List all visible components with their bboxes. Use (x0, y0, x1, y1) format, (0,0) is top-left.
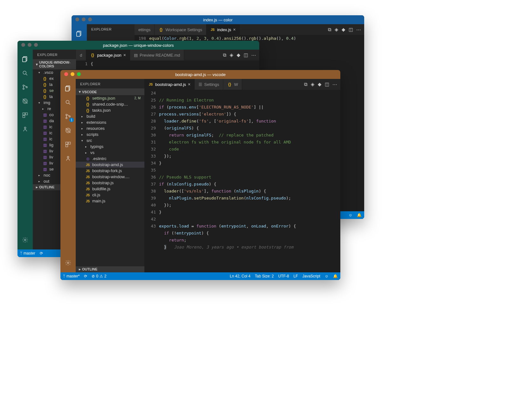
minimize-icon[interactable] (71, 72, 74, 76)
preview-icon: ▤ (134, 53, 138, 58)
preview-icon[interactable]: ◈ (335, 27, 338, 32)
tree-item[interactable]: ▸build (76, 113, 144, 119)
svg-rect-1 (77, 32, 80, 37)
tab-size[interactable]: Tab Size: 2 (255, 274, 274, 278)
tree-item[interactable]: buildfile.js (76, 186, 144, 192)
file-tree: settings.json2, M shared.code-snip… task… (76, 95, 144, 266)
maximize-icon[interactable] (77, 72, 81, 76)
more-icon[interactable]: ⋯ (356, 27, 361, 32)
eol[interactable]: LF (294, 274, 298, 278)
tree-item[interactable]: cli.js (76, 192, 144, 198)
titlebar[interactable]: bootstrap-amd.js — vscode (60, 70, 340, 79)
tree-item[interactable]: bootstrap-amd.js (76, 162, 144, 168)
tree-item[interactable]: shared.code-snip… (76, 101, 144, 107)
tab-label: Preview README.md (140, 53, 180, 58)
svg-point-6 (23, 85, 24, 86)
tab-partial[interactable]: d (76, 50, 86, 60)
tab-preview-readme[interactable]: ▤Preview README.md (130, 50, 184, 60)
tree-item[interactable]: ▸scripts (76, 131, 144, 137)
window-controls[interactable] (75, 18, 92, 21)
titlebar[interactable]: package.json — unique-window-colors (17, 41, 259, 50)
gitlens-icon[interactable] (17, 122, 33, 136)
maximize-icon[interactable] (88, 18, 92, 21)
sync-icon[interactable]: ⟳ (84, 274, 87, 278)
tree-item[interactable]: bootstrap-fork.js (76, 168, 144, 174)
compare-icon[interactable]: ⧉ (223, 52, 226, 58)
tree-item[interactable]: settings.json2, M (76, 95, 144, 101)
explorer-icon[interactable] (60, 81, 76, 95)
window-controls[interactable] (21, 43, 38, 47)
code-view[interactable]: // Running in Electron if (process.env['… (159, 90, 296, 272)
gear-icon[interactable] (60, 256, 76, 270)
compare-icon[interactable]: ⧉ (328, 27, 331, 32)
tab-index-js[interactable]: index.js× (206, 24, 240, 35)
split-icon[interactable]: ◫ (244, 52, 248, 58)
scm-icon[interactable] (17, 80, 33, 94)
more-icon[interactable]: ⋯ (251, 52, 256, 58)
json-icon (85, 108, 90, 113)
tree-item[interactable]: bootstrap.js (76, 180, 144, 186)
compare-icon[interactable]: ⧉ (304, 81, 308, 87)
tree-item[interactable]: .eslintrc (76, 156, 144, 162)
close-icon[interactable]: × (123, 52, 126, 58)
diff-icon[interactable]: ◆ (318, 81, 322, 87)
feedback-icon[interactable]: ☺ (349, 213, 352, 217)
ln-col[interactable]: Ln 42, Col 4 (230, 274, 251, 278)
tree-item[interactable]: bootstrap-window.… (76, 174, 144, 180)
search-icon[interactable] (17, 66, 33, 80)
tab-package-json[interactable]: package.json× (86, 50, 130, 60)
language-mode[interactable]: JavaScript (302, 274, 320, 278)
workspace-header[interactable]: ▾UNIQUE-WINDOW-COLORS (33, 59, 76, 69)
problems-indicator[interactable]: ⊘ 0 ⚠ 2 (92, 274, 106, 278)
tree-item[interactable]: ▸typings (76, 144, 144, 150)
diff-icon[interactable]: ◆ (342, 27, 345, 32)
tree-item[interactable]: ▸resources (76, 125, 144, 131)
more-icon[interactable]: ⋯ (332, 81, 337, 87)
tab-settings[interactable]: ☰Settings (195, 79, 223, 90)
tree-item[interactable]: ▸extensions (76, 119, 144, 125)
tab-bootstrap-amd[interactable]: bootstrap-amd.js× (144, 79, 195, 90)
window-controls[interactable] (64, 72, 81, 76)
close-icon[interactable] (64, 72, 68, 76)
tree-item[interactable]: ▸vs (76, 150, 144, 156)
gear-icon[interactable] (17, 233, 33, 247)
feedback-icon[interactable]: ☺ (325, 274, 329, 278)
tab-w-partial[interactable]: W (223, 79, 242, 90)
tree-item[interactable]: main.js (76, 198, 144, 204)
workspace-header[interactable]: ▾VSCODE (76, 88, 144, 95)
explorer-icon[interactable] (17, 52, 33, 66)
scm-icon[interactable]: 1 (60, 109, 76, 123)
close-icon[interactable]: × (233, 27, 236, 32)
svg-rect-13 (25, 113, 28, 115)
preview-icon[interactable]: ◈ (311, 81, 315, 87)
close-icon[interactable] (21, 43, 25, 47)
branch-indicator[interactable]: ᛘ master* (63, 274, 80, 278)
preview-icon[interactable]: ◈ (230, 52, 233, 58)
extensions-icon[interactable] (17, 108, 33, 122)
debug-icon[interactable] (60, 123, 76, 137)
split-icon[interactable]: ◫ (349, 27, 353, 32)
extensions-icon[interactable] (60, 137, 76, 151)
encoding[interactable]: UTF-8 (278, 274, 289, 278)
tree-item[interactable]: tasks.json (76, 107, 144, 113)
titlebar[interactable]: index.js — color (72, 15, 364, 24)
sync-icon[interactable]: ⟳ (40, 251, 43, 256)
diff-icon[interactable]: ◆ (237, 52, 240, 58)
maximize-icon[interactable] (34, 43, 38, 47)
bell-icon[interactable]: 🔔 (357, 213, 362, 217)
tab-settings-partial[interactable]: ettings (135, 24, 155, 35)
debug-icon[interactable] (17, 94, 33, 108)
gitlens-icon[interactable] (60, 151, 76, 165)
outline-header[interactable]: ▸OUTLINE (76, 266, 144, 272)
tree-item[interactable]: ▾src (76, 137, 144, 144)
close-icon[interactable]: × (188, 82, 191, 87)
minimize-icon[interactable] (82, 18, 86, 21)
tab-workspace-settings[interactable]: Workspace Settings (155, 24, 206, 35)
branch-indicator[interactable]: ᛘ master (20, 251, 35, 256)
split-icon[interactable]: ◫ (325, 81, 329, 87)
minimize-icon[interactable] (28, 43, 31, 47)
search-icon[interactable] (60, 95, 76, 109)
bell-icon[interactable]: 🔔 (333, 274, 338, 278)
explorer-icon[interactable] (72, 27, 87, 41)
close-icon[interactable] (75, 18, 79, 21)
